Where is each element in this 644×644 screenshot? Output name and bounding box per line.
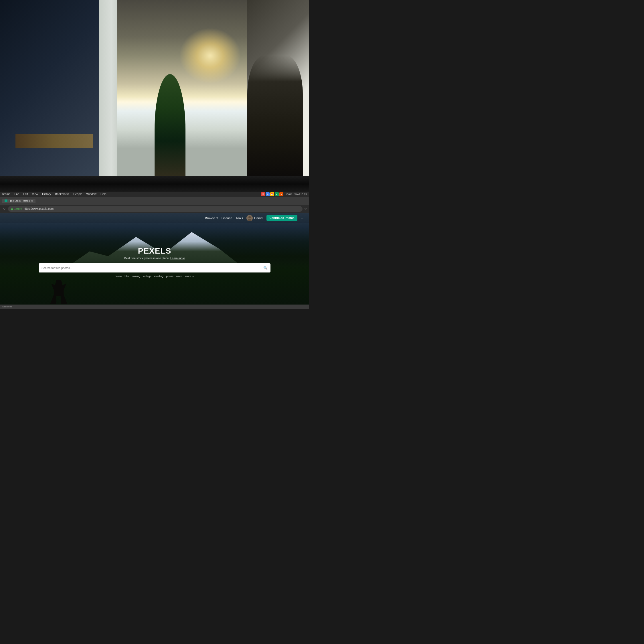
secure-badge: Secure (11, 208, 22, 210)
reload-button[interactable]: ↻ (2, 207, 6, 211)
menu-history[interactable]: History (42, 193, 51, 196)
hero-subtitle: Best free stock photos in one place. Lea… (39, 257, 270, 260)
tag-blur[interactable]: blur (125, 275, 129, 278)
svg-point-3 (248, 219, 252, 221)
menu-edit[interactable]: Edit (23, 193, 28, 196)
ext-icon-2[interactable]: ◐ (266, 192, 270, 196)
pexels-logo: PEXELS (39, 246, 270, 256)
menu-chrome[interactable]: hrome (2, 193, 10, 196)
more-options-button[interactable]: ··· (301, 216, 305, 220)
search-input[interactable] (42, 266, 261, 270)
browser-tabs-bar: Free Stock Photos ✕ (0, 197, 309, 205)
browse-label: Browse (205, 216, 216, 220)
status-text: Searches (2, 305, 12, 308)
background-photo (0, 0, 309, 185)
menu-bar: hrome File Edit View History Bookmarks P… (2, 193, 259, 196)
menu-help[interactable]: Help (100, 193, 106, 196)
website-content: Browse License Tools Daniel Contrib (0, 213, 309, 309)
lock-icon (11, 208, 13, 210)
menu-people[interactable]: People (73, 193, 82, 196)
menu-window[interactable]: Window (86, 193, 97, 196)
nav-right-group: Browse License Tools Daniel Contrib (205, 215, 305, 221)
hero-center: PEXELS Best free stock photos in one pla… (39, 246, 270, 278)
browser-chrome: hrome File Edit View History Bookmarks P… (0, 192, 309, 309)
system-time: Wed 16:15 (295, 193, 307, 196)
svg-point-2 (248, 216, 251, 218)
bookmark-button[interactable]: ☆ (304, 207, 307, 210)
learn-more-link[interactable]: Learn more (170, 257, 185, 260)
avatar-image (246, 215, 253, 221)
ext-icon-3[interactable]: 📅 (270, 192, 274, 196)
search-icon: 🔍 (263, 266, 268, 270)
more-tags-link[interactable]: more → (185, 275, 194, 278)
monitor-bezel (0, 176, 309, 192)
address-url: https://www.pexels.com (24, 207, 54, 210)
browser-status-bar: Searches (0, 305, 309, 309)
menu-bookmarks[interactable]: Bookmarks (55, 193, 69, 196)
tab-close-button[interactable]: ✕ (31, 199, 33, 202)
address-bar-row: ↻ Secure https://www.pexels.com ☆ (0, 205, 309, 213)
search-tags: house blur training vintage meeting phon… (39, 275, 270, 278)
tag-meeting[interactable]: meeting (154, 275, 163, 278)
tag-house[interactable]: house (115, 275, 122, 278)
pexels-navbar: Browse License Tools Daniel Contrib (0, 213, 309, 223)
extension-icons: M ◐ 📅 ✓ ● (261, 192, 283, 196)
user-avatar (246, 215, 253, 221)
user-name: Daniel (254, 216, 263, 220)
active-tab[interactable]: Free Stock Photos ✕ (2, 199, 35, 203)
browse-menu[interactable]: Browse (205, 216, 218, 220)
svg-rect-0 (11, 209, 13, 210)
tag-training[interactable]: training (132, 275, 140, 278)
contribute-photos-button[interactable]: Contribute Photos (266, 215, 297, 221)
tools-link[interactable]: Tools (236, 216, 243, 220)
secure-label: Secure (14, 208, 22, 210)
ext-icon-1[interactable]: M (261, 192, 265, 196)
system-menu-bar: hrome File Edit View History Bookmarks P… (0, 192, 309, 197)
tab-favicon (5, 199, 7, 202)
subtitle-text: Best free stock photos in one place. (124, 257, 169, 260)
tab-title: Free Stock Photos (9, 199, 30, 202)
ext-icon-4[interactable]: ✓ (275, 192, 279, 196)
menu-view[interactable]: View (32, 193, 38, 196)
license-link[interactable]: License (222, 216, 232, 220)
battery-level: 100% (286, 193, 292, 196)
menu-file[interactable]: File (14, 193, 19, 196)
tag-phone[interactable]: phone (166, 275, 173, 278)
ext-icon-5[interactable]: ● (279, 192, 283, 196)
browse-chevron-icon (216, 218, 218, 219)
tag-wood[interactable]: wood (176, 275, 183, 278)
user-menu[interactable]: Daniel (246, 215, 263, 221)
tag-vintage[interactable]: vintage (143, 275, 151, 278)
search-bar[interactable]: 🔍 (39, 263, 270, 272)
address-bar[interactable]: Secure https://www.pexels.com (8, 206, 303, 212)
